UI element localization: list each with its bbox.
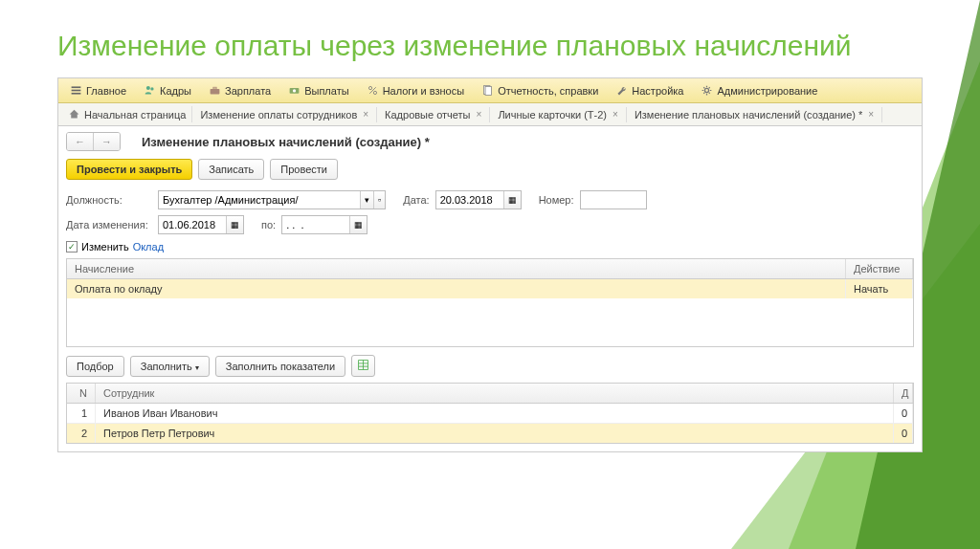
change-checkbox[interactable]: ✓	[66, 241, 78, 253]
table-settings-button[interactable]	[351, 355, 375, 377]
col-d: Д	[894, 384, 913, 403]
position-input[interactable]	[159, 191, 360, 209]
checkbox-row: ✓ Изменить Оклад	[58, 237, 922, 256]
menu-main[interactable]: Главное	[62, 82, 134, 99]
nav-buttons: ← →	[66, 132, 121, 151]
table-icon	[357, 359, 369, 371]
svg-point-3	[146, 86, 150, 90]
employees-table: N Сотрудник Д 1 Иванов Иван Иванович 0 2…	[66, 383, 914, 444]
fill-button[interactable]: Заполнить ▾	[130, 356, 210, 377]
position-label: Должность:	[66, 194, 152, 206]
menu-admin[interactable]: Администрирование	[693, 82, 825, 99]
svg-rect-6	[213, 87, 216, 89]
menu-otchetnost[interactable]: Отчетность, справки	[474, 82, 606, 99]
employee-row[interactable]: 1 Иванов Иван Иванович 0	[67, 404, 913, 424]
row-d: 0	[894, 404, 913, 423]
home-icon	[68, 108, 80, 121]
close-icon[interactable]: ×	[363, 109, 368, 120]
lower-actions: Подбор Заполнить ▾ Заполнить показатели	[58, 349, 922, 383]
row-name: Иванов Иван Иванович	[96, 404, 894, 423]
calendar-icon[interactable]: ▦	[503, 191, 521, 209]
form-row-change-date: Дата изменения: ▦ по: ▦	[58, 212, 922, 237]
menu-nalogi[interactable]: Налоги и взносы	[359, 82, 473, 99]
accrual-row[interactable]: Оплата по окладу Начать	[67, 279, 913, 298]
podbor-button[interactable]: Подбор	[66, 356, 124, 377]
menu-zarplata[interactable]: Зарплата	[201, 82, 278, 99]
change-date-label: Дата изменения:	[66, 219, 152, 231]
svg-point-4	[150, 87, 153, 90]
change-date-field[interactable]: ▦	[158, 215, 244, 234]
accruals-body: Оплата по окладу Начать	[67, 279, 913, 346]
svg-line-11	[369, 87, 376, 94]
percent-icon	[367, 84, 379, 97]
svg-point-8	[293, 89, 296, 92]
toolbar: ← → Изменение плановых начислений (созда…	[58, 126, 922, 157]
close-icon[interactable]: ×	[612, 109, 618, 120]
nav-back-button[interactable]: ←	[67, 133, 94, 150]
dropdown-icon[interactable]: ▾	[360, 191, 373, 209]
tab-lichnye-kartochki[interactable]: Личные карточки (Т-2) ×	[490, 107, 627, 122]
row-name: Петров Петр Петрович	[96, 424, 894, 443]
number-label: Номер:	[539, 194, 574, 206]
action-buttons: Провести и закрыть Записать Провести	[58, 157, 922, 187]
menu-icon	[70, 84, 82, 97]
wrench-icon	[615, 84, 628, 97]
svg-rect-0	[72, 86, 81, 88]
svg-rect-2	[72, 93, 81, 95]
calendar-icon[interactable]: ▦	[349, 216, 367, 233]
post-and-close-button[interactable]: Провести и закрыть	[66, 159, 192, 180]
people-icon	[144, 84, 156, 97]
tab-izm-planovyh[interactable]: Изменение плановых начислений (создание)…	[627, 107, 882, 122]
nav-forward-button[interactable]: →	[94, 133, 120, 150]
accrual-action: Начать	[846, 279, 913, 298]
post-button[interactable]: Провести	[270, 159, 338, 180]
close-icon[interactable]: ×	[868, 109, 874, 120]
menu-vyplaty[interactable]: Выплаты	[280, 82, 356, 99]
date-label: Дата:	[403, 194, 429, 206]
svg-point-10	[373, 91, 376, 94]
gear-icon	[701, 84, 713, 97]
accruals-header: Начисление Действие	[67, 259, 913, 279]
close-icon[interactable]: ×	[477, 109, 482, 120]
col-n: N	[67, 384, 96, 403]
briefcase-icon	[209, 84, 221, 97]
to-date-input[interactable]	[282, 216, 349, 233]
tabs-bar: Начальная страница Изменение оплаты сотр…	[58, 103, 922, 126]
to-label: по:	[261, 219, 276, 231]
cash-icon	[288, 84, 301, 97]
svg-rect-13	[485, 86, 492, 95]
number-input[interactable]	[580, 190, 647, 209]
oklad-link[interactable]: Оклад	[133, 241, 164, 253]
menu-kadry[interactable]: Кадры	[136, 82, 199, 99]
col-employee: Сотрудник	[96, 384, 894, 403]
to-date-field[interactable]: ▦	[281, 215, 368, 234]
date-field[interactable]: ▦	[435, 190, 522, 209]
menu-nastroika[interactable]: Настройка	[608, 82, 691, 99]
tab-kadrovye-otchety[interactable]: Кадровые отчеты ×	[377, 107, 490, 122]
save-button[interactable]: Записать	[198, 159, 264, 180]
change-date-input[interactable]	[159, 216, 226, 233]
employees-header: N Сотрудник Д	[67, 384, 913, 404]
checkbox-label: Изменить	[81, 241, 129, 253]
app-window: Главное Кадры Зарплата Выплаты Налоги и …	[57, 77, 923, 452]
col-accrual: Начисление	[67, 259, 846, 278]
svg-rect-5	[211, 89, 220, 95]
tab-izm-oplaty[interactable]: Изменение оплаты сотрудников ×	[192, 107, 377, 122]
svg-rect-1	[72, 90, 81, 92]
calendar-icon[interactable]: ▦	[226, 216, 243, 233]
date-input[interactable]	[436, 191, 503, 209]
tab-home[interactable]: Начальная страница	[62, 106, 192, 122]
form-row-position: Должность: ▾ ▫ Дата: ▦ Номер:	[58, 187, 922, 212]
accrual-name: Оплата по окладу	[67, 279, 846, 298]
col-action: Действие	[846, 259, 913, 278]
row-d: 0	[894, 424, 913, 443]
fill-indicators-button[interactable]: Заполнить показатели	[215, 356, 345, 377]
svg-point-9	[368, 86, 371, 89]
position-field[interactable]: ▾ ▫	[158, 190, 386, 209]
doc-icon	[481, 84, 494, 97]
row-n: 2	[67, 424, 96, 443]
open-icon[interactable]: ▫	[373, 191, 385, 209]
employee-row[interactable]: 2 Петров Петр Петрович 0	[67, 424, 913, 443]
top-menu-bar: Главное Кадры Зарплата Выплаты Налоги и …	[58, 78, 922, 103]
row-n: 1	[67, 404, 96, 423]
